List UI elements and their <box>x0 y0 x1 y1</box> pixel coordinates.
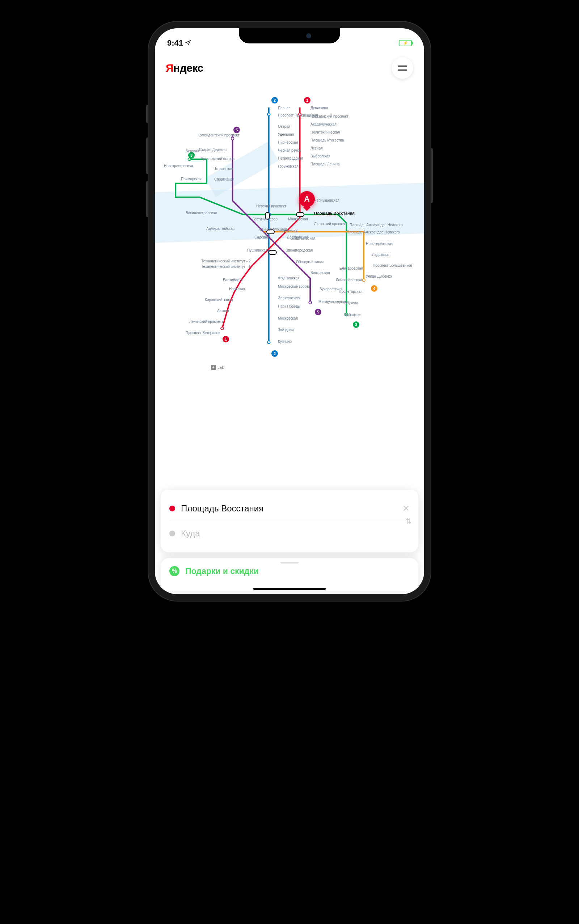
clear-from-button[interactable]: ✕ <box>402 504 410 514</box>
route-to-row[interactable]: Куда <box>169 521 410 543</box>
svg-point-8 <box>345 313 348 316</box>
hamburger-icon <box>398 65 407 67</box>
battery-icon: ⚡ <box>399 40 412 46</box>
app-header: Яндекс <box>155 51 424 86</box>
airplane-icon: ✈ <box>211 365 216 370</box>
home-indicator[interactable] <box>254 588 325 590</box>
phone-frame: 9:41 ⚡ Яндекс <box>148 22 431 601</box>
line-1-badge-end: 1 <box>222 336 229 342</box>
percent-icon: % <box>169 566 180 576</box>
route-to-placeholder: Куда <box>181 528 410 538</box>
notch <box>239 28 340 43</box>
route-from-row[interactable]: Площадь Восстания ✕ <box>169 499 410 521</box>
line-5-badge-end: 5 <box>315 309 321 315</box>
svg-rect-12 <box>267 230 274 234</box>
line-5-badge: 5 <box>234 127 240 133</box>
menu-button[interactable] <box>391 57 413 79</box>
origin-dot-icon <box>169 505 175 512</box>
status-time: 9:41 <box>167 38 183 48</box>
origin-marker[interactable]: А <box>299 191 315 207</box>
svg-point-10 <box>309 301 312 304</box>
route-card: Площадь Восстания ✕ Куда ⇅ <box>161 490 418 552</box>
power-button <box>431 149 433 203</box>
yandex-logo[interactable]: Яндекс <box>166 62 203 74</box>
svg-rect-15 <box>265 213 269 219</box>
promo-text: Подарки и скидки <box>185 566 259 576</box>
line-4-badge-end: 4 <box>371 285 378 292</box>
svg-point-7 <box>231 137 234 140</box>
svg-rect-13 <box>296 213 304 216</box>
svg-point-9 <box>362 279 365 281</box>
location-arrow-icon <box>185 38 191 48</box>
side-button <box>146 105 148 123</box>
svg-rect-14 <box>269 250 276 254</box>
route-from-text: Площадь Восстания <box>181 504 397 514</box>
bottom-sheet: Площадь Восстания ✕ Куда ⇅ % Подарки и с… <box>155 490 424 594</box>
destination-dot-icon <box>169 531 175 536</box>
svg-point-3 <box>299 113 301 116</box>
promo-card[interactable]: % Подарки и скидки <box>161 558 418 591</box>
svg-point-4 <box>267 113 270 116</box>
line-2-badge-end: 2 <box>272 350 278 357</box>
volume-down-button <box>146 181 148 217</box>
drag-handle-icon[interactable] <box>280 562 299 564</box>
swap-route-button[interactable]: ⇅ <box>406 517 412 525</box>
line-3-badge-end: 3 <box>353 321 359 328</box>
line-3-badge: 3 <box>188 152 195 159</box>
line-1-badge: 1 <box>304 97 311 103</box>
svg-point-6 <box>221 327 224 330</box>
metro-lines-svg <box>155 86 424 412</box>
svg-point-5 <box>267 341 270 344</box>
line-2-badge: 2 <box>272 97 278 103</box>
volume-up-button <box>146 137 148 174</box>
metro-map[interactable]: 1 2 3 5 1 2 3 4 5 Девяткино Гражданский … <box>155 86 424 412</box>
airport-badge: ✈ LED <box>211 365 224 370</box>
